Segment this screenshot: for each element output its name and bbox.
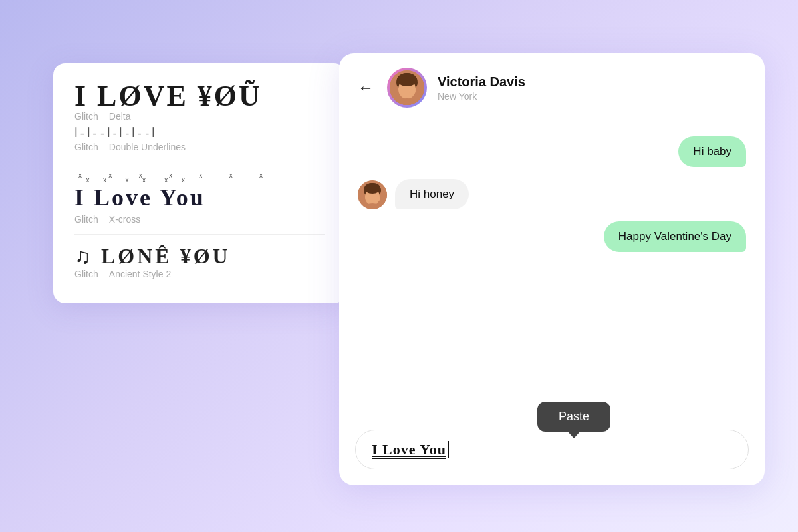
message-sent-1: Hi baby <box>358 136 746 167</box>
avatar-ring <box>387 68 427 108</box>
label-double-underlines: Double Underlines <box>109 142 186 152</box>
label-glitch3: Glitch <box>74 214 98 225</box>
label-glitch2: Glitch <box>74 142 98 152</box>
msg-avatar-image <box>358 180 387 209</box>
bubble-hi-honey: Hi honey <box>395 179 469 209</box>
text-cursor <box>448 441 449 458</box>
chat-window: ← Victoria Davis <box>339 53 765 485</box>
msg-avatar <box>358 180 387 209</box>
ancient-preview: ♫ LØNÊ ¥ØU <box>74 244 325 269</box>
message-sent-2: Happy Valentine's Day <box>358 221 746 252</box>
paste-tooltip[interactable]: Paste <box>537 402 610 432</box>
label-ancient: Ancient Style 2 <box>109 269 171 279</box>
xcross-preview: I Love You <box>74 184 205 211</box>
style-glitch-ancient[interactable]: ♫ LØNÊ ¥ØU Glitch Ancient Style 2 <box>74 244 325 279</box>
chat-input-area: Paste I Love You <box>339 414 765 485</box>
svg-point-3 <box>397 73 417 86</box>
avatar-inner <box>390 70 424 105</box>
divider2 <box>74 234 325 235</box>
bubble-hi-baby: Hi baby <box>678 136 746 167</box>
glitch-ancient-labels: Glitch Ancient Style 2 <box>74 269 325 279</box>
style-glitch-delta[interactable]: I LØVE ¥ØŨ Glitch Delta <box>74 82 325 122</box>
avatar-image <box>390 70 424 105</box>
chat-input[interactable]: I Love You <box>355 430 749 469</box>
label-glitch: Glitch <box>74 111 98 122</box>
label-delta: Delta <box>109 111 131 122</box>
double-underlines-preview: ꟾ-ꟾ--ꟾ-ꟾ-ꟾ--ꟾ <box>74 127 325 140</box>
label-glitch4: Glitch <box>74 269 98 279</box>
style-glitch-xcross[interactable]: x x x x x x x x x x x x x I Love You Gli… <box>74 172 325 225</box>
label-xcross: X-cross <box>109 214 140 225</box>
contact-name: Victoria Davis <box>438 74 746 90</box>
bubble-valentines: Happy Valentine's Day <box>604 221 746 252</box>
contact-location: New York <box>438 91 746 102</box>
back-button[interactable]: ← <box>358 78 374 97</box>
font-styles-card: I LØVE ¥ØŨ Glitch Delta ꟾ-ꟾ--ꟾ-ꟾ-ꟾ--ꟾ Gl… <box>53 63 346 303</box>
svg-point-9 <box>364 183 380 194</box>
chat-header: ← Victoria Davis <box>339 53 765 120</box>
contact-info: Victoria Davis New York <box>438 74 746 102</box>
glitch-xcross-labels: Glitch X-cross <box>74 214 325 225</box>
divider <box>74 162 325 162</box>
glitch-double-labels: Glitch Double Underlines <box>74 142 325 152</box>
glitch-delta-labels: Glitch Delta <box>74 111 325 122</box>
chat-messages: Hi baby Hi honey Happy Valentine's Day <box>339 120 765 414</box>
input-text: I Love You <box>372 441 446 458</box>
message-received-1: Hi honey <box>358 179 746 209</box>
style-glitch-double-underlines[interactable]: ꟾ-ꟾ--ꟾ-ꟾ-ꟾ--ꟾ Glitch Double Underlines <box>74 127 325 152</box>
glitch-delta-preview: I LØVE ¥ØŨ <box>74 82 325 111</box>
